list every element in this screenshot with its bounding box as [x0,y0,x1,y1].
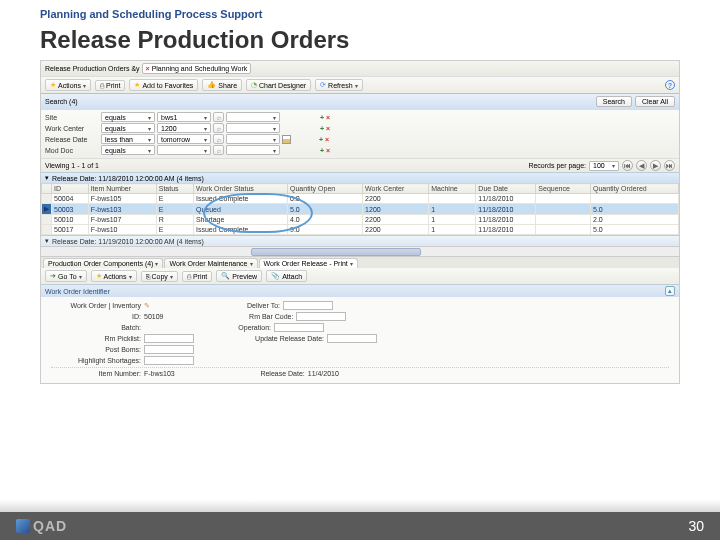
collapse-section-icon[interactable]: ▴ [665,286,675,296]
filter-operator[interactable]: equals▾ [101,112,155,122]
filter-panel: Site equals▾ bws1▾ ▾ + × Work Center equ… [41,109,679,158]
form-area: Work Order | Inventory✎ Deliver To: ID:5… [41,297,679,383]
field-label: Post Boms: [51,346,141,353]
panel-tab-release-print[interactable]: Work Order Release - Print▾ [259,258,358,268]
search-count-label: Search (4) [45,98,78,105]
goto-button[interactable]: ➔Go To▾ [45,270,87,282]
filter-value2[interactable]: ▾ [226,134,280,144]
add-filter-icon[interactable]: + [319,136,323,143]
deliver-input[interactable] [283,301,333,310]
remove-filter-icon[interactable]: × [326,114,330,121]
post-boms-input[interactable] [144,345,194,354]
filter-value[interactable]: 1200▾ [157,123,211,133]
field-label: Operation: [181,324,271,331]
slide-footer: QAD 30 [0,512,720,540]
search-icon [217,125,221,132]
update-release-input[interactable] [327,334,377,343]
filter-operator[interactable]: equals▾ [101,145,155,155]
lookup-button[interactable] [213,134,224,144]
logo-text: QAD [33,518,67,534]
horizontal-scrollbar[interactable] [41,246,679,256]
viewing-label: Viewing 1 - 1 of 1 [45,162,99,169]
star-icon: ★ [134,81,140,89]
star-icon: ★ [96,272,102,280]
operation-input[interactable] [274,323,324,332]
filter-operator[interactable]: equals▾ [101,123,155,133]
next-page-button[interactable]: ▶ [650,160,661,171]
lookup-button[interactable] [213,123,224,133]
filter-row: Release Date less than▾ tomorrow▾ ▾ + × [45,134,675,144]
row-header-col [42,184,52,194]
filter-value[interactable]: bws1▾ [157,112,211,122]
col-wostatus[interactable]: Work Order Status [193,184,287,194]
help-icon[interactable]: ? [665,80,675,90]
edit-icon[interactable]: ✎ [144,302,150,310]
chart-designer-button[interactable]: ◔Chart Designer [246,79,311,91]
rm-bar-input[interactable] [296,312,346,321]
filter-operator[interactable]: less than▾ [101,134,155,144]
breadcrumb-bar: Release Production Orders &y × Planning … [41,61,679,76]
remove-filter-icon[interactable]: × [326,147,330,154]
first-page-button[interactable]: ⏮ [622,160,633,171]
table-row[interactable]: 50017F-bws10EIssued Complete9.02200111/1… [42,225,679,235]
search-icon [217,147,221,154]
col-mach[interactable]: Machine [429,184,476,194]
print-button[interactable]: ⎙Print [95,80,125,91]
col-status[interactable]: Status [156,184,193,194]
actions2-button[interactable]: ★Actions▾ [91,270,137,282]
calendar-icon[interactable] [282,135,291,144]
filter-value[interactable]: ▾ [157,145,211,155]
lookup-button[interactable] [213,145,224,155]
highlight-input[interactable] [144,356,194,365]
share-button[interactable]: 👍Share [202,79,242,91]
clear-all-button[interactable]: Clear All [635,96,675,107]
table-row[interactable]: 50010F-bws107RShortage4.02200111/18/2010… [42,215,679,225]
print2-button[interactable]: ⎙Print [182,271,212,282]
collapse-icon[interactable]: ▾ [45,174,49,182]
filter-value2[interactable]: ▾ [226,112,280,122]
star-icon: ★ [50,81,56,89]
filter-row: Mod Doc equals▾ ▾ ▾ + × [45,145,675,155]
close-icon[interactable]: × [146,65,150,72]
panel-tab-maintenance[interactable]: Work Order Maintenance▾ [164,258,257,268]
col-qtyord[interactable]: Quantity Ordered [591,184,679,194]
attach-button[interactable]: 📎Attach [266,270,307,282]
col-wc[interactable]: Work Center [363,184,429,194]
records-per-page-select[interactable]: 100▾ [589,161,619,171]
panel-tab-components[interactable]: Production Order Components (4)▾ [43,258,163,268]
col-item[interactable]: Item Number [88,184,156,194]
active-tab-chip[interactable]: × Planning and Scheduling Work [142,63,252,74]
remove-filter-icon[interactable]: × [325,136,329,143]
group-header-2[interactable]: ▾ Release Date: 11/19/2010 12:00:00 AM (… [41,235,679,246]
attach-icon: 📎 [271,272,280,280]
filter-label: Work Center [45,125,99,132]
table-row[interactable]: 50004F-bws105EIssued Complete0.0220011/1… [42,194,679,204]
table-row-selected[interactable]: ▶ 50003F-bws103EQueued5.01200111/18/2010… [42,204,679,215]
add-filter-icon[interactable]: + [320,147,324,154]
prev-page-button[interactable]: ◀ [636,160,647,171]
scroll-thumb[interactable] [251,248,421,256]
add-favorites-button[interactable]: ★Add to Favorites [129,79,198,91]
filter-value2[interactable]: ▾ [226,123,280,133]
add-filter-icon[interactable]: + [320,125,324,132]
actions-button[interactable]: ★Actions▾ [45,79,91,91]
lookup-button[interactable] [213,112,224,122]
col-due[interactable]: Due Date [476,184,536,194]
rm-picklist-input[interactable] [144,334,194,343]
filter-value[interactable]: tomorrow▾ [157,134,211,144]
last-page-button[interactable]: ⏭ [664,160,675,171]
preview-button[interactable]: 🔍Preview [216,270,262,282]
search-button[interactable]: Search [596,96,632,107]
add-filter-icon[interactable]: + [320,114,324,121]
group-header[interactable]: ▾ Release Date: 11/18/2010 12:00:00 AM (… [41,172,679,183]
collapse-icon[interactable]: ▾ [45,237,49,245]
col-seq[interactable]: Sequence [536,184,591,194]
filter-value2[interactable]: ▾ [226,145,280,155]
col-qtyopen[interactable]: Quantity Open [288,184,363,194]
copy-button[interactable]: ⎘Copy▾ [141,271,178,282]
print-icon: ⎙ [100,82,104,89]
remove-filter-icon[interactable]: × [326,125,330,132]
lower-toolbar: ➔Go To▾ ★Actions▾ ⎘Copy▾ ⎙Print 🔍Preview… [41,268,679,284]
col-id[interactable]: ID [52,184,89,194]
refresh-button[interactable]: ⟳Refresh▾ [315,79,363,91]
